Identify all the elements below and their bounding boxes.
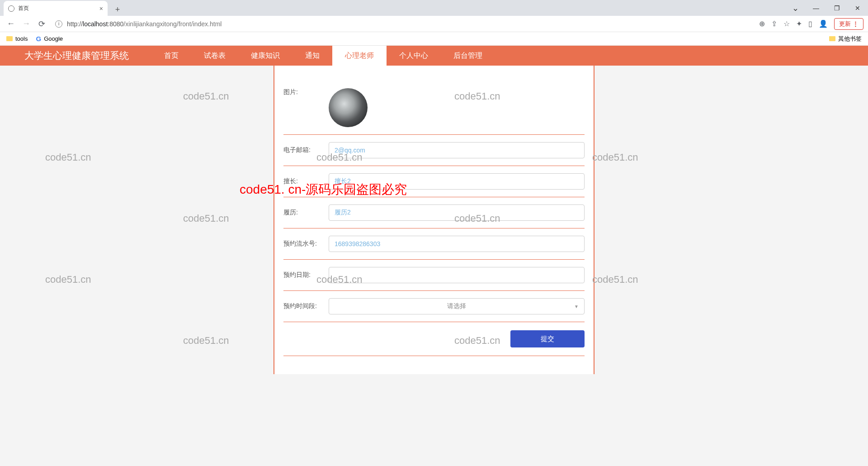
nav-item-4[interactable]: 心理老师 [332,46,387,66]
share-icon[interactable]: ⇪ [771,19,777,28]
other-bookmarks[interactable]: 其他书签 [829,35,862,43]
nav-item-6[interactable]: 后台管理 [441,46,495,66]
extensions-icon[interactable]: ✦ [796,19,802,28]
url-path: /xinlijiankangxitong/front/index.html [123,20,222,28]
row-submit: 提交 [283,322,585,356]
panel-icon[interactable]: ▯ [808,19,812,28]
profile-icon[interactable]: 👤 [819,19,828,28]
update-button[interactable]: 更新 [834,18,863,30]
image-label: 图片: [283,88,329,96]
zoom-icon[interactable]: ⊕ [759,19,765,28]
specialty-label: 擅长: [283,177,329,185]
folder-icon [6,36,13,41]
nav-item-3[interactable]: 通知 [292,46,332,66]
watermark: code51.cn [45,152,91,163]
row-date: 预约日期: [283,260,585,291]
serial-label: 预约流水号: [283,240,329,248]
forward-button[interactable]: → [20,18,33,30]
url-host: localhost [83,20,108,28]
maximize-button[interactable]: ❐ [826,0,847,16]
resume-label: 履历: [283,209,329,217]
watermark: code51.cn [592,152,638,163]
site-title: 大学生心理健康管理系统 [24,49,129,62]
back-button[interactable]: ← [5,18,17,30]
form-panel: 图片: 电子邮箱: 擅长: 履历: 预约流水号: [274,66,594,374]
resume-input[interactable] [329,204,585,221]
chevron-down-icon: ▼ [574,304,579,309]
site-header: 大学生心理健康管理系统 首页试卷表健康知识通知心理老师个人中心后台管理 [0,46,868,66]
folder-icon [829,36,835,41]
tab-dropdown-icon[interactable]: ⌄ [785,0,806,16]
date-label: 预约日期: [283,271,329,279]
minimize-button[interactable]: — [806,0,826,16]
close-icon[interactable]: × [99,5,103,12]
globe-icon [8,5,14,12]
nav-menu: 首页试卷表健康知识通知心理老师个人中心后台管理 [151,46,495,66]
nav-item-1[interactable]: 试卷表 [191,46,238,66]
bookmarks-bar: tools G Google 其他书签 [0,32,868,46]
submit-button[interactable]: 提交 [510,330,585,347]
watermark: code51.cn [183,213,229,224]
close-window-button[interactable]: ✕ [847,0,868,16]
info-icon[interactable]: i [55,20,62,28]
email-label: 电子邮箱: [283,146,329,154]
watermark: code51.cn [183,335,229,347]
nav-item-2[interactable]: 健康知识 [238,46,292,66]
address-bar[interactable]: i http://localhost:8080/xinlijiankangxit… [51,18,756,30]
browser-tab[interactable]: 首页 × [4,1,108,16]
timeslot-label: 预约时间段: [283,302,329,310]
serial-input[interactable] [329,236,585,252]
row-resume: 履历: [283,197,585,228]
row-timeslot: 预约时间段: 请选择 ▼ [283,291,585,322]
bookmark-tools[interactable]: tools [6,35,28,42]
watermark: code51.cn [183,90,229,102]
new-tab-button[interactable]: + [111,3,124,16]
reload-button[interactable]: ⟳ [35,18,48,30]
google-icon: G [36,35,41,43]
watermark: code51.cn [45,274,91,285]
bookmark-google[interactable]: G Google [36,35,63,43]
nav-item-5[interactable]: 个人中心 [387,46,441,66]
row-serial: 预约流水号: [283,228,585,260]
page-body: 图片: 电子邮箱: 擅长: 履历: 预约流水号: [0,66,868,466]
avatar[interactable] [329,88,368,127]
window-controls: ⌄ — ❐ ✕ [785,0,868,16]
row-email: 电子邮箱: [283,135,585,166]
nav-item-0[interactable]: 首页 [151,46,191,66]
timeslot-select[interactable]: 请选择 ▼ [329,298,585,314]
star-icon[interactable]: ☆ [783,19,790,28]
date-input[interactable] [329,267,585,283]
browser-tab-strip: 首页 × + ⌄ — ❐ ✕ [0,0,868,16]
row-specialty: 擅长: [283,166,585,197]
browser-toolbar: ← → ⟳ i http://localhost:8080/xinlijiank… [0,16,868,32]
specialty-input[interactable] [329,173,585,190]
watermark: code51.cn [592,274,638,285]
row-image: 图片: [283,75,585,135]
email-input[interactable] [329,142,585,158]
tab-title: 首页 [18,5,29,12]
